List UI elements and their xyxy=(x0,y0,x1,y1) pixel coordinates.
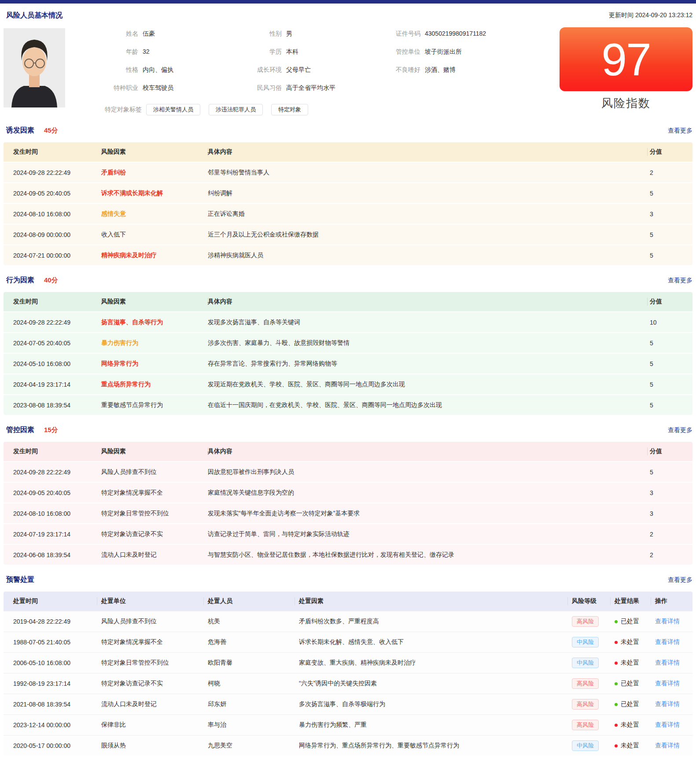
view-detail-link[interactable]: 查看详情 xyxy=(655,680,680,687)
result-text: 未处置 xyxy=(621,721,639,729)
cell-content: 纠纷调解 xyxy=(208,189,647,197)
result-text: 未处置 xyxy=(621,742,639,750)
table-row: 2024-07-19 23:17:14特定对象访查记录不实访查记录过于简单、雷同… xyxy=(4,523,692,544)
cell-risk-level: 高风险 xyxy=(572,720,615,730)
cell-action: 查看详情 xyxy=(655,742,692,750)
cell-risk-factor: 矛盾纠纷 xyxy=(101,169,208,177)
field-label: 不良嗜好 xyxy=(387,65,420,74)
field-value: 校车驾驶员 xyxy=(138,83,225,92)
factor-sections: 诱发因素45分查看更多发生时间风险因素具体内容分值2024-09-28 22:2… xyxy=(4,126,692,565)
cell-factor: 诉求长期未化解、感情失意、收入低下 xyxy=(299,638,572,646)
field-value: 高于全省平均水平 xyxy=(282,83,387,92)
view-detail-link[interactable]: 查看详情 xyxy=(655,659,680,666)
cell-time: 2024-04-19 23:17:14 xyxy=(4,381,101,388)
view-more-link[interactable]: 查看更多 xyxy=(668,277,692,285)
tags-label: 特定对象标签 xyxy=(69,106,142,114)
cell-unit: 风险人员排查不到位 xyxy=(101,618,208,625)
cell-time: 2024-09-28 22:22:49 xyxy=(4,319,101,326)
cell-result: 已处置 xyxy=(615,618,655,626)
tag-pill: 涉违法犯罪人员 xyxy=(209,104,263,115)
cell-action: 查看详情 xyxy=(655,638,692,646)
section-score: 45分 xyxy=(44,126,58,135)
result-status: 未处置 xyxy=(615,742,639,750)
view-more-link[interactable]: 查看更多 xyxy=(668,127,692,135)
view-detail-link[interactable]: 查看详情 xyxy=(655,742,680,749)
cell-time: 1992-08-19 23:17:14 xyxy=(4,680,101,687)
cell-risk-factor: 重要敏感节点异常行为 xyxy=(101,401,208,409)
result-text: 未处置 xyxy=(621,638,639,646)
cell-time: 2021-08-08 18:39:54 xyxy=(4,701,101,708)
cell-score: 2 xyxy=(647,551,692,558)
cell-time: 2023-08-08 18:39:54 xyxy=(4,402,101,409)
column-header: 操作 xyxy=(655,597,692,605)
cell-time: 2024-05-10 16:08:00 xyxy=(4,360,101,367)
cell-factor: 矛盾纠纷次数多、严重程度高 xyxy=(299,618,572,625)
cell-score: 2 xyxy=(647,169,692,176)
cell-action: 查看详情 xyxy=(655,659,692,667)
field-value: 伍豪 xyxy=(138,29,225,38)
cell-time: 1988-07-05 21:40:05 xyxy=(4,639,101,646)
cell-risk-factor: 风险人员排查不到位 xyxy=(101,468,208,476)
section-header: 管控因素15分查看更多 xyxy=(4,425,692,435)
cell-content: 发现未落实“每半年全面走访考察一次特定对象”基本要求 xyxy=(208,510,647,518)
table-row: 2024-05-10 16:08:00网络异常行为存在异常言论、异常搜索行为、异… xyxy=(4,353,692,374)
cell-score: 3 xyxy=(647,211,692,218)
column-header: 发生时间 xyxy=(4,298,101,306)
column-header: 发生时间 xyxy=(4,447,101,455)
page-header: 风险人员基本情况 更新时间 2024-09-20 13:23:12 xyxy=(4,11,692,20)
risk-person-page: 风险人员基本情况 更新时间 2024-09-20 13:23:12 姓名伍豪性别… xyxy=(0,11,696,756)
profile-photo xyxy=(4,28,65,107)
cell-risk-factor: 特定对象访查记录不实 xyxy=(101,530,208,538)
table-header-row: 发生时间风险因素具体内容分值 xyxy=(4,292,692,311)
factor-table: 发生时间风险因素具体内容分值2024-09-28 22:22:49扬言滋事、自杀… xyxy=(4,292,692,415)
disposal-section: 预警处置查看更多处置时间处置单位处置人员处置因素风险等级处置结果操作2019-0… xyxy=(4,575,692,756)
column-header: 风险因素 xyxy=(101,298,208,306)
cell-risk-level: 高风险 xyxy=(572,699,615,710)
cell-score: 5 xyxy=(647,190,692,197)
view-detail-link[interactable]: 查看详情 xyxy=(655,618,680,625)
cell-risk-factor: 暴力伤害行为 xyxy=(101,339,208,347)
cell-time: 2024-06-08 18:39:54 xyxy=(4,551,101,558)
table-row: 2024-06-08 18:39:54流动人口未及时登记与智慧安防小区、物业登记… xyxy=(4,544,692,565)
view-detail-link[interactable]: 查看详情 xyxy=(655,638,680,645)
column-header: 处置时间 xyxy=(4,597,101,605)
profile-section: 姓名伍豪性别男证件号码430502199809171182年龄32学历本科管控单… xyxy=(4,27,692,115)
field-label: 年龄 xyxy=(65,47,138,56)
cell-risk-factor: 诉求不满或长期未化解 xyxy=(101,189,208,197)
risk-level-badge: 中风险 xyxy=(572,740,599,751)
table-header-row: 处置时间处置单位处置人员处置因素风险等级处置结果操作 xyxy=(4,592,692,611)
result-status: 已处置 xyxy=(615,618,639,625)
cell-result: 已处置 xyxy=(615,700,655,709)
result-status: 已处置 xyxy=(615,680,639,688)
result-text: 未处置 xyxy=(621,659,639,667)
cell-score: 5 xyxy=(647,360,692,367)
cell-time: 2024-07-05 20:40:05 xyxy=(4,340,101,347)
risk-score-card: 97 xyxy=(560,27,692,91)
field-value: 内向、偏执 xyxy=(138,65,225,74)
table-row: 2021-08-08 18:39:54流动人口未及时登记邱东妍多次扬言滋事、自杀… xyxy=(4,694,692,714)
table-row: 2024-07-21 00:00:00精神疾病未及时治疗涉精神疾病就医人员5 xyxy=(4,244,692,265)
table-row: 2024-09-28 22:22:49风险人员排查不到位因故意犯罪被作出刑事判决… xyxy=(4,461,692,482)
cell-person: 率与治 xyxy=(208,721,299,729)
view-detail-link[interactable]: 查看详情 xyxy=(655,721,680,728)
table-row: 2023-08-08 18:39:54重要敏感节点异常行为在临近十一国庆期间，在… xyxy=(4,394,692,415)
cell-content: 在临近十一国庆期间，在党政机关、学校、医院、景区、商圈等同一地点周边多次出现 xyxy=(208,401,647,409)
cell-time: 2024-08-10 16:08:00 xyxy=(4,211,101,218)
view-more-link[interactable]: 查看更多 xyxy=(668,426,692,434)
cell-score: 5 xyxy=(647,402,692,409)
risk-level-badge: 高风险 xyxy=(572,616,599,627)
view-detail-link[interactable]: 查看详情 xyxy=(655,700,680,707)
risk-level-badge: 高风险 xyxy=(572,720,599,730)
cell-risk-factor: 特定对象情况掌握不全 xyxy=(101,489,208,497)
cell-risk-factor: 特定对象日常管控不到位 xyxy=(101,510,208,518)
cell-factor: “六失”诱因中的关键失控因素 xyxy=(299,680,572,688)
table-row: 2006-05-10 16:08:00特定对象日常管控不到位欧阳青馨家庭变故、重… xyxy=(4,652,692,673)
disposal-table: 处置时间处置单位处置人员处置因素风险等级处置结果操作2019-04-28 22:… xyxy=(4,592,692,756)
result-text: 已处置 xyxy=(621,680,639,688)
view-more-link[interactable]: 查看更多 xyxy=(668,576,692,584)
cell-unit: 流动人口未及时登记 xyxy=(101,700,208,708)
cell-unit: 眼须从热 xyxy=(101,742,208,750)
top-accent-bar xyxy=(0,0,696,4)
result-status: 未处置 xyxy=(615,638,639,646)
section-score: 40分 xyxy=(44,276,58,285)
